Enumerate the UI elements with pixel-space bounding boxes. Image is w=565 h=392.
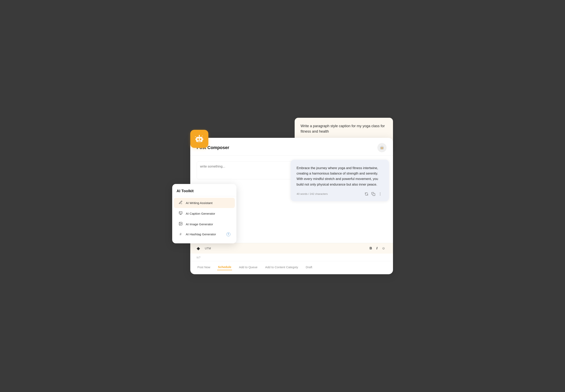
hashtag-help-badge[interactable]: ? bbox=[226, 232, 231, 236]
robot-logo-icon: ✦ ✦ bbox=[194, 134, 204, 144]
caption-generator-label: AI Caption Generator bbox=[186, 212, 231, 215]
regenerate-button[interactable] bbox=[364, 191, 369, 197]
bold-button[interactable]: B bbox=[368, 246, 373, 251]
svg-point-16 bbox=[382, 146, 382, 146]
svg-point-2 bbox=[200, 139, 201, 140]
caption-top-text: Write a paragraph style caption for my y… bbox=[301, 123, 387, 134]
toolkit-title: AI Toolkit bbox=[172, 189, 236, 196]
svg-point-20 bbox=[380, 195, 380, 196]
caption-result-text: Embrace the journey where yoga and fitne… bbox=[297, 165, 383, 187]
robot-avatar-small bbox=[377, 143, 387, 152]
svg-text:✦: ✦ bbox=[202, 135, 203, 137]
scene: ✦ ✦ Write a paragraph style caption for … bbox=[172, 118, 393, 274]
svg-point-1 bbox=[197, 139, 199, 140]
writing-assistant-icon bbox=[178, 200, 183, 205]
hashtag-generator-label: AI Hashtag Generator bbox=[186, 233, 224, 236]
image-generator-icon bbox=[178, 222, 183, 227]
composer-header: Post Composer bbox=[190, 138, 393, 156]
utm-button[interactable]: UTM bbox=[203, 246, 213, 251]
toolkit-item-writing-assistant[interactable]: AI Writing Assistant bbox=[174, 198, 235, 208]
image-generator-label: AI Image Generator bbox=[186, 223, 231, 226]
add-to-queue-button[interactable]: Add to Queue bbox=[238, 264, 258, 270]
svg-rect-3 bbox=[198, 141, 201, 141]
svg-point-23 bbox=[180, 223, 180, 224]
caption-result-card: Embrace the journey where yoga and fitne… bbox=[291, 160, 389, 201]
svg-point-19 bbox=[380, 194, 380, 194]
svg-rect-6 bbox=[195, 139, 196, 140]
post-now-button[interactable]: Post Now bbox=[197, 264, 211, 270]
svg-point-13 bbox=[382, 147, 383, 148]
emoji-button[interactable]: ☺ bbox=[380, 246, 386, 251]
more-options-button[interactable] bbox=[377, 191, 383, 197]
toolbar-logo-icon: ◈ bbox=[197, 246, 200, 251]
caption-result-wordcount: 40 words / 242 characters bbox=[297, 192, 328, 196]
schedule-button[interactable]: Schedule bbox=[217, 264, 232, 270]
svg-rect-7 bbox=[203, 139, 203, 140]
toolkit-item-hashtag-generator[interactable]: # AI Hashtag Generator ? bbox=[174, 230, 235, 239]
svg-point-5 bbox=[199, 135, 200, 136]
hashtag-generator-icon: # bbox=[178, 232, 183, 236]
composer-toolbar: ◈ UTM B I ☺ bbox=[190, 243, 393, 253]
svg-rect-21 bbox=[179, 212, 182, 214]
time-question: is? bbox=[190, 253, 393, 261]
svg-text:✦: ✦ bbox=[195, 136, 196, 138]
writing-assistant-label: AI Writing Assistant bbox=[186, 201, 231, 205]
format-buttons: B I ☺ bbox=[368, 246, 386, 251]
toolkit-item-image-generator[interactable]: AI Image Generator bbox=[174, 219, 235, 229]
draft-button[interactable]: Draft bbox=[305, 264, 313, 270]
svg-rect-17 bbox=[373, 193, 375, 196]
ai-toolkit-panel: AI Toolkit AI Writing Assistant AI Capti… bbox=[172, 184, 236, 243]
svg-point-18 bbox=[380, 193, 380, 193]
caption-generator-icon bbox=[178, 211, 183, 216]
italic-button[interactable]: I bbox=[375, 246, 378, 251]
copy-button-result[interactable] bbox=[371, 191, 376, 197]
add-to-content-category-button[interactable]: Add to Content Categoty bbox=[264, 264, 299, 270]
toolkit-item-caption-generator[interactable]: AI Caption Generator bbox=[174, 209, 235, 219]
composer-actions: Post Now Schedule Add to Queue Add to Co… bbox=[190, 261, 393, 274]
svg-rect-14 bbox=[381, 149, 383, 149]
robot-logo: ✦ ✦ bbox=[190, 130, 208, 148]
svg-point-12 bbox=[381, 147, 382, 148]
